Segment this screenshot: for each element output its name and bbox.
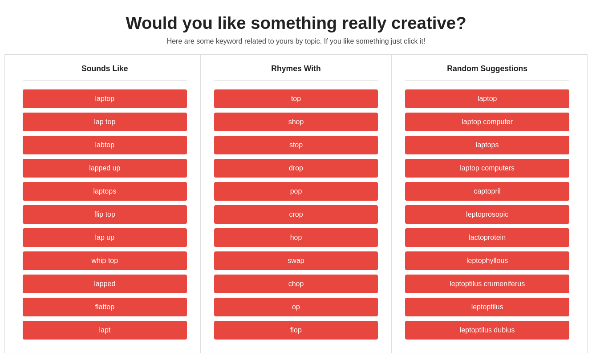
keyword-btn-random-suggestions-8[interactable]: leptoptilus crumeniferus xyxy=(405,275,569,293)
keyword-btn-random-suggestions-0[interactable]: laptop xyxy=(405,89,569,108)
keyword-btn-rhymes-with-8[interactable]: chop xyxy=(214,275,378,293)
keyword-btn-sounds-like-1[interactable]: lap top xyxy=(23,113,187,131)
keyword-btn-random-suggestions-1[interactable]: laptop computer xyxy=(405,113,569,131)
column-header-random-suggestions: Random Suggestions xyxy=(405,64,569,81)
keyword-btn-sounds-like-6[interactable]: lap up xyxy=(23,228,187,247)
keyword-btn-rhymes-with-6[interactable]: hop xyxy=(214,228,378,247)
column-sounds-like: Sounds Likelaptoplap toplabtoplapped upl… xyxy=(9,55,201,353)
keyword-btn-sounds-like-10[interactable]: lapt xyxy=(23,321,187,340)
page-subtitle: Here are some keyword related to yours b… xyxy=(9,37,583,45)
keyword-btn-sounds-like-9[interactable]: flattop xyxy=(23,298,187,316)
keyword-btn-sounds-like-2[interactable]: labtop xyxy=(23,136,187,154)
keyword-btn-random-suggestions-6[interactable]: lactoprotein xyxy=(405,228,569,247)
keyword-btn-random-suggestions-10[interactable]: leptoptilus dubius xyxy=(405,321,569,340)
keyword-btn-sounds-like-3[interactable]: lapped up xyxy=(23,159,187,178)
columns-wrapper: Sounds Likelaptoplap toplabtoplapped upl… xyxy=(4,54,588,353)
keyword-btn-sounds-like-4[interactable]: laptops xyxy=(23,182,187,201)
keyword-btn-rhymes-with-7[interactable]: swap xyxy=(214,251,378,270)
keyword-btn-rhymes-with-4[interactable]: pop xyxy=(214,182,378,201)
keyword-btn-sounds-like-7[interactable]: whip top xyxy=(23,251,187,270)
page-header: Would you like something really creative… xyxy=(0,0,592,54)
keyword-btn-random-suggestions-9[interactable]: leptoptilus xyxy=(405,298,569,316)
column-header-sounds-like: Sounds Like xyxy=(23,64,187,81)
keyword-btn-random-suggestions-4[interactable]: captopril xyxy=(405,182,569,201)
column-rhymes-with: Rhymes Withtopshopstopdroppopcrophopswap… xyxy=(201,55,392,353)
keyword-btn-random-suggestions-7[interactable]: leptophyllous xyxy=(405,251,569,270)
keyword-btn-random-suggestions-5[interactable]: leptoprosopic xyxy=(405,205,569,224)
keyword-btn-random-suggestions-3[interactable]: laptop computers xyxy=(405,159,569,178)
page-title: Would you like something really creative… xyxy=(9,13,583,33)
keyword-btn-rhymes-with-5[interactable]: crop xyxy=(214,205,378,224)
keyword-btn-sounds-like-8[interactable]: lapped xyxy=(23,275,187,293)
keyword-btn-rhymes-with-9[interactable]: op xyxy=(214,298,378,316)
columns-container: Sounds Likelaptoplap toplabtoplapped upl… xyxy=(9,55,583,353)
column-random-suggestions: Random Suggestionslaptoplaptop computerl… xyxy=(392,55,583,353)
keyword-btn-sounds-like-5[interactable]: flip top xyxy=(23,205,187,224)
keyword-btn-rhymes-with-2[interactable]: stop xyxy=(214,136,378,154)
keyword-btn-rhymes-with-0[interactable]: top xyxy=(214,89,378,108)
keyword-btn-rhymes-with-1[interactable]: shop xyxy=(214,113,378,131)
column-header-rhymes-with: Rhymes With xyxy=(214,64,378,81)
keyword-btn-rhymes-with-10[interactable]: flop xyxy=(214,321,378,340)
keyword-btn-random-suggestions-2[interactable]: laptops xyxy=(405,136,569,154)
keyword-btn-rhymes-with-3[interactable]: drop xyxy=(214,159,378,178)
keyword-btn-sounds-like-0[interactable]: laptop xyxy=(23,89,187,108)
